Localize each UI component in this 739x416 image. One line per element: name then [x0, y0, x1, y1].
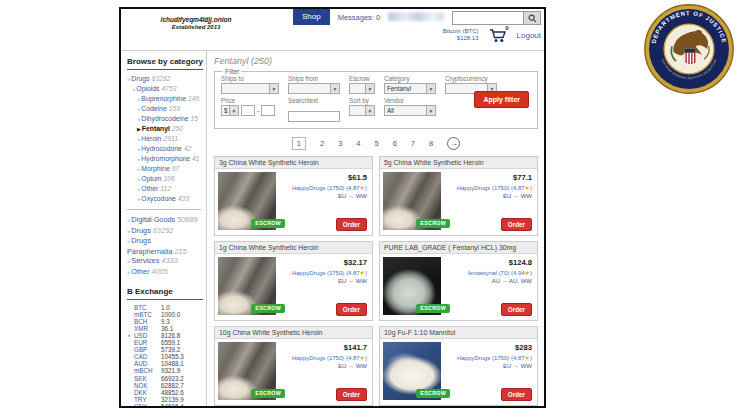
page-8[interactable]: 8	[429, 139, 433, 148]
order-button[interactable]: Order	[501, 218, 532, 231]
ships-to-label: Ships to	[221, 75, 279, 82]
page-2[interactable]: 2	[320, 139, 324, 148]
vendor-link[interactable]: fentastynal (70) (4.94★)	[468, 269, 532, 276]
price-min-input[interactable]	[241, 105, 255, 116]
product-image[interactable]: ESCROW	[218, 257, 276, 315]
order-button[interactable]: Order	[336, 388, 367, 401]
product-title[interactable]: 5g China White Synthetic Heroin	[380, 157, 537, 169]
site-onion-address: lchudifyeqm4ldjj.onion	[131, 16, 261, 23]
bitcoin-value: $128.13	[443, 35, 479, 42]
tab-shop[interactable]: Shop	[293, 9, 330, 25]
logout-link[interactable]: Logout	[517, 31, 541, 40]
vendor-select[interactable]: All▾	[384, 105, 436, 116]
category-select[interactable]: Fentanyl▾	[384, 83, 436, 94]
marker-icon: »	[127, 217, 130, 223]
product-image[interactable]: ESCROW	[218, 342, 276, 400]
next-page-arrow-icon[interactable]: →	[447, 137, 460, 150]
page-4[interactable]: 4	[356, 139, 360, 148]
product-title[interactable]: 1g China White Synthetic Heroin	[215, 242, 372, 254]
sidebar-item-drugs[interactable]: »Drugs63292	[127, 74, 203, 84]
order-button[interactable]: Order	[336, 303, 367, 316]
ships-to-select[interactable]: ▾	[221, 83, 279, 94]
redacted-text	[388, 12, 444, 21]
product-card: 10g Fu-F 1:10 Mannitol ESCROW $283 Happy…	[379, 326, 538, 406]
product-image[interactable]: ESCROW	[383, 342, 441, 400]
marker-icon: »	[137, 196, 140, 202]
sidebar-item-fentanyl-selected[interactable]: ▶Fentanyl250	[127, 124, 203, 134]
sidebar-item-hydrocodone[interactable]: »Hydrocodone42	[127, 144, 203, 154]
sidebar-item-other[interactable]: »Other112	[127, 184, 203, 194]
vendor-link[interactable]: HappyDrugs (1750) (4.87★)	[457, 184, 532, 191]
marker-icon: »	[137, 136, 140, 142]
price-currency-select[interactable]: $▾	[221, 105, 239, 116]
vendor-link[interactable]: HappyDrugs (1750) (4.87★)	[292, 354, 367, 361]
product-image[interactable]: ESCROW	[218, 172, 276, 230]
product-image[interactable]: ESCROW	[383, 172, 441, 230]
sidebar-item-drugs-paraphernalia[interactable]: »Drugs Paraphernalia215	[127, 236, 203, 256]
page-5[interactable]: 5	[375, 139, 379, 148]
page-6[interactable]: 6	[393, 139, 397, 148]
sidebar-item-heroin[interactable]: »Heroin2911	[127, 134, 203, 144]
marker-icon: »	[137, 106, 140, 112]
product-price: $283	[457, 343, 532, 352]
page-7[interactable]: 7	[411, 139, 415, 148]
sidebar-item-other-section[interactable]: »Other4005	[127, 267, 203, 278]
product-image[interactable]: ESCROW	[383, 257, 441, 315]
product-title[interactable]: 10g Fu-F 1:10 Mannitol	[380, 327, 537, 339]
product-title[interactable]: 10g China White Synthetic Heroin	[215, 327, 372, 339]
site-identity: lchudifyeqm4ldjj.onion Established 2013	[131, 16, 261, 30]
sidebar-item-hydromorphone[interactable]: »Hydromorphone41	[127, 154, 203, 164]
marker-icon: »	[137, 166, 140, 172]
pagination: 1 2 3 4 5 6 7 8 →	[214, 137, 538, 150]
page-3[interactable]: 3	[338, 139, 342, 148]
rate-row: BCH9.3	[134, 318, 203, 325]
rate-row: mBCH9321.9	[134, 367, 203, 374]
order-button[interactable]: Order	[501, 303, 532, 316]
ships-from-label: Ships from	[288, 75, 340, 82]
order-button[interactable]: Order	[336, 218, 367, 231]
sidebar-item-services[interactable]: »Services4333	[127, 256, 203, 267]
rate-row: EUR6559.1	[134, 339, 203, 346]
vendor-link[interactable]: HappyDrugs (1750) (4.87★)	[457, 354, 532, 361]
rate-row: AUD10488.1	[134, 360, 203, 367]
sidebar-item-opium[interactable]: »Opium106	[127, 174, 203, 184]
search-button[interactable]	[524, 11, 541, 25]
cart-button[interactable]: 0	[488, 27, 508, 43]
marker-icon: »	[127, 269, 130, 275]
search-input[interactable]	[452, 11, 524, 25]
apply-filter-button[interactable]: Apply filter	[474, 91, 529, 108]
price-range-dash: -	[257, 107, 259, 114]
product-price: $141.7	[292, 343, 367, 352]
product-title[interactable]: 3g China White Synthetic Heroin	[215, 157, 372, 169]
sort-by-label: Sort by	[349, 97, 375, 104]
shipping-route: EU → WW	[457, 193, 532, 199]
sidebar-item-codeine[interactable]: »Codeine159	[127, 104, 203, 114]
messages-link[interactable]: Messages: 0	[338, 13, 381, 22]
sidebar-item-oxycodone[interactable]: »Oxycodone433	[127, 194, 203, 204]
marker-icon: »	[137, 116, 140, 122]
rate-row: CAD10455.3	[134, 353, 203, 360]
product-title[interactable]: PURE LAB_GRADE ( Fentanyl HCL) 30mg	[380, 242, 537, 254]
sidebar-item-dihydrocodeine[interactable]: »Dihydrocodeine15	[127, 114, 203, 124]
search-bar	[452, 11, 541, 25]
searchtext-input[interactable]	[288, 111, 340, 122]
marker-icon: »	[132, 86, 135, 92]
sidebar-item-buprenorphine[interactable]: »Buprenorphine146	[127, 94, 203, 104]
page-1-current[interactable]: 1	[292, 137, 306, 150]
price-max-input[interactable]	[261, 105, 275, 116]
sort-by-select[interactable]: ▾	[349, 105, 375, 116]
sidebar-item-digital-goods[interactable]: »Digital Goods50689	[127, 215, 203, 226]
ships-from-select[interactable]: ▾	[288, 83, 340, 94]
sidebar-item-drugs-section[interactable]: »Drugs63292	[127, 226, 203, 237]
vendor-link[interactable]: HappyDrugs (1750) (4.87★)	[292, 269, 367, 276]
vendor-link[interactable]: HappyDrugs (1750) (4.87★)	[292, 184, 367, 191]
sidebar-item-opioids[interactable]: »Opioids4753	[127, 84, 203, 94]
marketplace-window: lchudifyeqm4ldjj.onion Established 2013 …	[119, 7, 546, 408]
product-card: 1g China White Synthetic Heroin ESCROW $…	[214, 241, 373, 321]
sidebar-item-morphine[interactable]: »Morphine67	[127, 164, 203, 174]
product-price: $77.1	[457, 173, 532, 182]
escrow-select[interactable]: ▾	[349, 83, 375, 94]
product-grid: 3g China White Synthetic Heroin ESCROW $…	[214, 156, 538, 406]
rate-row: XMR36.1	[134, 325, 203, 332]
order-button[interactable]: Order	[501, 388, 532, 401]
